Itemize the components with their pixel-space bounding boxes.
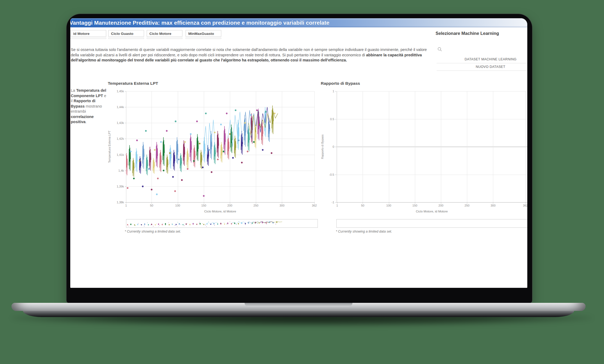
annotation-text: . — [86, 120, 87, 124]
y-tick-mark — [335, 202, 336, 203]
x-tick-mark — [363, 202, 363, 204]
x-tick-mark — [337, 202, 337, 204]
x-tick-mark — [415, 202, 415, 204]
filter-minmaxguasto[interactable]: MinMaxGuasto — [186, 30, 221, 37]
x-tick-mark — [441, 202, 441, 204]
gridline-horizontal — [126, 202, 314, 203]
screen-content: Vantaggi Manutenzione Predittiva: max ef… — [70, 18, 527, 288]
gridline-vertical — [389, 91, 389, 202]
list-item-dataset-machine-learning[interactable]: DATASET MACHINE LEARNING — [437, 56, 527, 63]
filter-ciclo-guasto[interactable]: Ciclo Guasto — [108, 30, 144, 37]
ml-panel-heading: Selezionare Machine Learning — [436, 31, 499, 36]
annotation-bold-text: correlazione positiva — [71, 115, 94, 124]
gridline-horizontal — [336, 147, 527, 147]
y-tick-mark — [125, 186, 126, 187]
x-tick-label: 200 — [439, 204, 443, 207]
y-tick-label: 1,44k — [112, 105, 124, 109]
x-tick-label: 100 — [386, 204, 391, 207]
y-tick-label: 1 — [322, 90, 334, 93]
x-tick-mark — [178, 202, 178, 204]
x-tick-label: 150 — [201, 204, 206, 207]
x-tick-label: 150 — [413, 204, 417, 207]
gridline-vertical — [337, 91, 337, 202]
x-tick-label: 50 — [361, 204, 364, 207]
gridline-horizontal — [336, 91, 527, 91]
description-text: Se si osserva tuttavia solo l'andamento … — [71, 47, 433, 63]
left-chart-series-layer — [126, 91, 314, 202]
x-tick-mark — [152, 202, 152, 204]
gridline-vertical — [525, 91, 526, 202]
gridline-vertical — [415, 91, 415, 202]
y-axis-line — [336, 91, 337, 202]
search-icon[interactable] — [437, 47, 442, 52]
x-tick-mark — [314, 202, 315, 204]
filter-id-motore[interactable]: id Motore — [71, 30, 106, 37]
x-tick-label: 50 — [150, 204, 153, 207]
x-tick-mark — [204, 202, 204, 204]
left-chart-footnote: * Currently showing a limited data set. — [125, 230, 181, 233]
y-tick-label: 1,43k — [112, 121, 124, 124]
x-tick-mark — [493, 202, 493, 204]
right-chart-plot-area[interactable] — [336, 91, 527, 202]
list-item-nuovo-dataset[interactable]: NUOVO DATASET — [437, 63, 527, 71]
y-tick-mark — [335, 119, 336, 119]
gridline-vertical — [363, 91, 363, 202]
left-chart-x-axis-title: Ciclo Motore, id Motore — [204, 210, 236, 213]
x-tick-mark — [525, 202, 526, 204]
gridline-vertical — [493, 91, 493, 202]
x-tick-label: 300 — [279, 204, 284, 207]
left-chart-title: Temperatura Esterna LPT — [108, 81, 158, 86]
y-tick-mark — [335, 175, 336, 175]
right-chart-title: Rapporto di Bypass — [321, 81, 360, 86]
x-tick-label: 250 — [465, 204, 469, 207]
left-chart-plot-area[interactable] — [126, 91, 314, 202]
y-tick-mark — [125, 171, 126, 171]
laptop-bezel: Vantaggi Manutenzione Predittiva: max ef… — [67, 14, 532, 303]
filter-stack-decoration — [147, 38, 182, 39]
x-tick-mark — [126, 202, 126, 204]
x-tick-label: 1 — [125, 204, 127, 207]
right-chart-mini-preview-strip[interactable] — [336, 219, 527, 228]
y-tick-label: 1,41k — [112, 153, 124, 156]
ml-dataset-list: DATASET MACHINE LEARNING NUOVO DATASET — [437, 56, 527, 71]
x-tick-label: 1 — [336, 204, 338, 207]
annotation-text: La — [71, 88, 76, 93]
x-tick-mark — [230, 202, 230, 204]
x-tick-label: 362 — [523, 204, 527, 207]
gridline-horizontal — [336, 119, 527, 119]
y-tick-label: 1,38k — [112, 201, 124, 204]
y-tick-mark — [125, 155, 126, 155]
x-tick-label: 250 — [253, 204, 258, 207]
correlation-annotation: La Temperatura del Componente LPT e il R… — [71, 88, 107, 125]
x-tick-mark — [467, 202, 467, 204]
filter-stack-decoration — [186, 38, 221, 39]
x-tick-label: 100 — [175, 204, 180, 207]
x-tick-mark — [282, 202, 282, 204]
left-chart-mini-preview-strip[interactable] — [126, 219, 318, 228]
annotation-bold-text: Temperatura del Componente LPT — [71, 88, 106, 98]
y-tick-label: 0.5 — [322, 117, 334, 121]
filter-ciclo-motore[interactable]: Ciclo Motore — [147, 30, 182, 37]
y-tick-label: -1 — [322, 201, 334, 204]
x-tick-mark — [389, 202, 389, 204]
y-tick-mark — [125, 123, 126, 123]
x-tick-label: 362 — [312, 204, 317, 207]
left-chart-y-axis-title: Temperatura Esterna LPT — [108, 131, 111, 163]
right-chart-x-axis-title: Ciclo Motore, id Motore — [416, 210, 448, 213]
x-tick-label: 300 — [491, 204, 495, 207]
sheet-title-bar: Vantaggi Manutenzione Predittiva: max ef… — [70, 18, 527, 27]
laptop-base — [12, 303, 585, 311]
filter-stack-decoration — [108, 38, 144, 39]
y-tick-label: 1,39k — [112, 185, 124, 188]
laptop-hinge-notch — [245, 303, 352, 307]
y-tick-mark — [335, 91, 336, 91]
x-tick-mark — [256, 202, 256, 204]
y-tick-label: 1,45k — [112, 90, 124, 93]
gridline-vertical — [314, 91, 315, 202]
right-chart-footnote: * Currently showing a limited data set. — [336, 230, 392, 233]
x-tick-label: 200 — [227, 204, 232, 207]
y-tick-mark — [335, 147, 336, 147]
y-tick-mark — [125, 139, 126, 139]
left-strip-thumbnail — [126, 219, 318, 227]
gridline-horizontal — [336, 175, 527, 175]
